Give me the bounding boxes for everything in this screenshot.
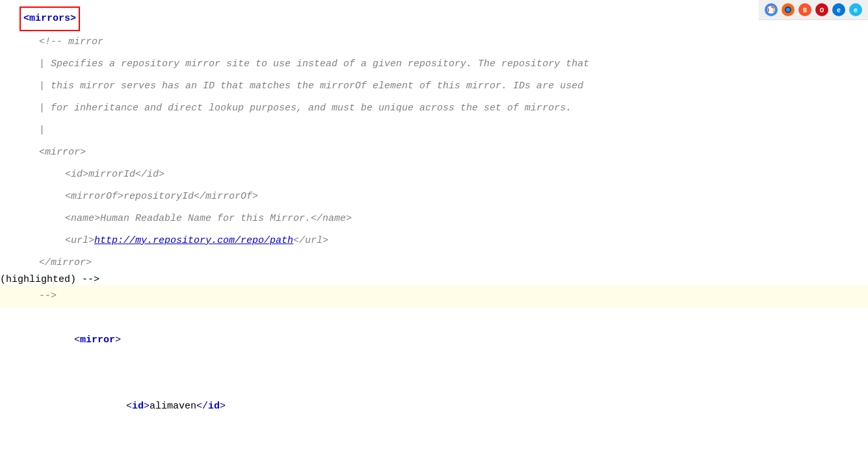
line-mirror-open2: <mirror>: [0, 307, 868, 373]
comment-1: | Specifies a repository mirror site to …: [39, 53, 589, 75]
code-area: <mirrors> <!-- mirror | Specifies a repo…: [0, 0, 868, 454]
line-comment-3: | for inheritance and direct lookup purp…: [0, 97, 868, 120]
comment-3: | for inheritance and direct lookup purp…: [39, 97, 572, 120]
id-tag-open: <id>mirrorId</id>: [65, 164, 164, 186]
comment-pipe: |: [39, 120, 45, 142]
line-mirror-open: <mirror>: [0, 142, 868, 164]
comment-open: <!-- mirror: [39, 31, 103, 53]
comment-close: -->: [39, 285, 57, 307]
name-element: <name>Human Readable Name for this Mirro…: [65, 208, 352, 230]
line-url: <url>http://my.repository.com/repo/path<…: [0, 230, 868, 252]
line-id: <id>mirrorId</id>: [0, 164, 868, 186]
line-comment-2: | this mirror serves has an ID that matc…: [0, 75, 868, 97]
line-comment-1: | Specifies a repository mirror site to …: [0, 53, 868, 75]
line-mirrors-open: <mirrors>: [0, 6, 868, 31]
url-tag-open: <url>: [65, 230, 94, 252]
mirror-open-tag2: <mirror>: [39, 307, 121, 373]
url-tag-close: </url>: [293, 230, 328, 252]
url-link[interactable]: http://my.repository.com/repo/path: [94, 230, 293, 252]
line-name: <name>Human Readable Name for this Mirro…: [0, 208, 868, 230]
line-comment-pipe: |: [0, 120, 868, 142]
mirror-close-tag: </mirror>: [39, 252, 92, 274]
mirrorof-element: <mirrorOf>repositoryId</mirrorOf>: [65, 186, 258, 208]
line-id-alimaven: <id>alimaven</id>: [0, 373, 868, 440]
line-mirrorof: <mirrorOf>repositoryId</mirrorOf>: [0, 186, 868, 208]
name-aliyun: <name>aliyun maven</name>: [91, 440, 272, 454]
line-mirror-close: </mirror>: [0, 252, 868, 274]
mirror-open-tag: <mirror>: [39, 142, 86, 164]
line-name-aliyun: <name>aliyun maven</name>: [0, 440, 868, 454]
line-comment-open: <!-- mirror: [0, 31, 868, 53]
id-tag-alimaven: <id>alimaven</id>: [91, 373, 226, 440]
mirrors-open-tag: <mirrors>: [20, 6, 80, 31]
comment-2: | this mirror serves has an ID that matc…: [39, 75, 583, 97]
line-comment-close: -->: [0, 285, 868, 307]
